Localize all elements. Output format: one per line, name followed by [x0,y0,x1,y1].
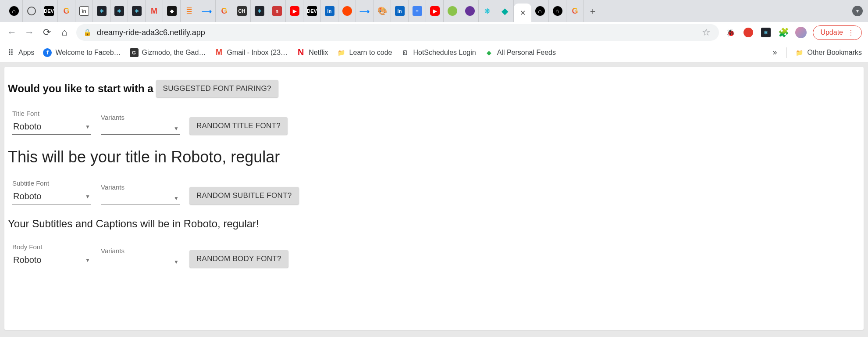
tab-google-2[interactable]: G [216,0,233,22]
tab-mui-1[interactable]: ⟶ [198,0,216,22]
question-text: Would you like to start with a [8,82,153,95]
tab-mui-2[interactable]: ⟶ [356,0,374,22]
feedly-icon: ◆ [485,48,494,57]
profile-avatar[interactable] [795,27,807,38]
netflix-icon: N [296,48,305,57]
subtitle-font-select[interactable]: Subtitle Font Roboto ▼ [12,179,91,204]
ublock-icon[interactable] [743,27,754,38]
address-bar[interactable]: 🔒 dreamy-ride-ada3c6.netlify.app ☆ [76,24,719,41]
tab-dev-2[interactable]: DEV [303,0,321,22]
tab-misc-1[interactable]: 🎨 [374,0,391,22]
folder-icon: 📁 [795,48,804,57]
tab-gatsby[interactable] [461,0,479,22]
body-variants-select[interactable]: Variants ▼ [101,247,180,268]
facebook-icon: f [43,48,52,57]
page-card: Would you like to start with a SUGGESTED… [4,67,864,330]
bookmark-label: Gmail - Inbox (23… [227,49,288,57]
random-body-font-button[interactable]: RANDOM BODY FONT? [189,250,288,268]
gizmodo-icon: G [130,48,139,57]
apps-icon: ⠿ [6,48,15,57]
tab-youtube-1[interactable]: ▶ [286,0,303,22]
tab-stack[interactable]: ≣ [181,0,198,22]
new-tab-button[interactable]: ＋ [584,0,601,22]
title-font-row: Title Font Roboto ▼ Variants ▼ RANDOM TI… [8,110,860,135]
forward-button[interactable]: → [24,27,35,38]
tab-codesandbox[interactable]: ◆ [163,0,181,22]
subtitle-preview: Your Subtitles and Captions will be in R… [8,218,860,230]
tab-netlify[interactable]: ◆ [496,0,514,22]
tab-react-3[interactable]: ⚛ [128,0,146,22]
select-label: Variants [101,247,180,255]
tab-orange[interactable] [338,0,356,22]
body-font-select[interactable]: Body Font Roboto ▼ [12,243,91,268]
select-label: Subtitle Font [12,179,91,187]
home-button[interactable]: ⌂ [59,27,70,38]
tab-google-1[interactable]: G [58,0,75,22]
tab-react-4[interactable]: ⚛ [251,0,268,22]
tab-ch[interactable]: CH [233,0,251,22]
reload-button[interactable]: ⟳ [41,27,53,38]
star-icon[interactable]: ☆ [701,27,712,38]
back-button[interactable]: ← [6,27,18,38]
bookmark-hotschedules[interactable]: 🗓 HotSchedules Login [401,48,476,57]
suggested-pairing-button[interactable]: SUGGESTED FONT PAIRING? [156,80,278,97]
tab-github-3[interactable]: ⌂ [549,0,566,22]
bookmark-label: Apps [18,49,34,57]
bookmark-netflix[interactable]: N Netflix [296,48,328,57]
bookmark-gmail[interactable]: M Gmail - Inbox (23… [214,48,288,57]
page-wrapper: Would you like to start with a SUGGESTED… [0,62,868,334]
lock-icon: 🔒 [83,29,92,36]
title-variants-select[interactable]: Variants ▼ [101,114,180,135]
tab-docs[interactable]: ≡ [409,0,426,22]
select-label: Body Font [12,243,91,251]
bookmark-label: Netflix [309,49,328,57]
chevron-down-icon: ▾ [856,8,859,14]
tab-github[interactable]: ⌂ [5,0,23,22]
tab-react-1[interactable]: ⚛ [93,0,110,22]
tab-youtube-2[interactable]: ▶ [426,0,444,22]
tab-globe[interactable] [23,0,40,22]
tab-menu-button[interactable]: ▾ [852,6,863,16]
select-label: Title Font [12,110,91,117]
bookmark-learn[interactable]: 📁 Learn to code [337,48,392,57]
bookmark-label: Learn to code [349,49,392,57]
tab-github-2[interactable]: ⌂ [531,0,549,22]
subtitle-variants-select[interactable]: Variants ▼ [101,183,180,204]
gmail-icon: M [214,48,223,57]
close-icon[interactable]: ✕ [520,9,526,17]
update-button[interactable]: Update ⋮ [813,25,862,40]
bookmark-label: All Personal Feeds [497,49,556,57]
select-value: Roboto [13,255,42,265]
title-font-select[interactable]: Title Font Roboto ▼ [12,110,91,135]
tab-active[interactable]: ✕ [514,4,531,22]
bookmark-apps[interactable]: ⠿ Apps [6,48,34,57]
extensions-icon[interactable]: 🧩 [778,27,789,38]
tab-green[interactable] [444,0,461,22]
tab-gmail[interactable]: M [146,0,163,22]
bookmarks-overflow[interactable]: » [773,48,777,57]
divider [786,47,786,58]
bug-icon[interactable]: 🐞 [725,27,736,38]
bookmark-label: Gizmodo, the Gad… [142,49,206,57]
subtitle-font-row: Subtitle Font Roboto ▼ Variants ▼ RANDOM… [8,179,860,204]
tab-react-2[interactable]: ⚛ [110,0,128,22]
tab-google-3[interactable]: G [566,0,584,22]
bookmark-other[interactable]: 📁 Other Bookmarks [795,48,862,57]
random-subtitle-font-button[interactable]: RANDOM SUBITLE FONT? [189,187,299,204]
bookmark-feeds[interactable]: ◆ All Personal Feeds [485,48,556,57]
tab-linkedin-2[interactable]: in [391,0,409,22]
bookmark-facebook[interactable]: f Welcome to Faceb… [43,48,121,57]
react-devtools-icon[interactable]: ⚛ [760,27,772,38]
select-label: Variants [101,114,180,121]
tab-linkedin-1[interactable]: in [321,0,338,22]
random-title-font-button[interactable]: RANDOM TITLE FONT? [189,117,288,135]
tab-npm[interactable]: n [268,0,286,22]
tab-strip: ⌂ DEV G \n ⚛ ⚛ ⚛ M ◆ ≣ ⟶ G CH ⚛ n ▶ DEV … [0,0,868,22]
tab-notion[interactable]: \n [75,0,93,22]
chevron-down-icon: ▼ [85,124,90,130]
bookmark-gizmodo[interactable]: G Gizmodo, the Gad… [130,48,206,57]
tab-dev[interactable]: DEV [40,0,58,22]
tab-teal[interactable]: ❋ [479,0,496,22]
select-label: Variants [101,183,180,191]
chevron-down-icon: ▼ [85,257,90,263]
